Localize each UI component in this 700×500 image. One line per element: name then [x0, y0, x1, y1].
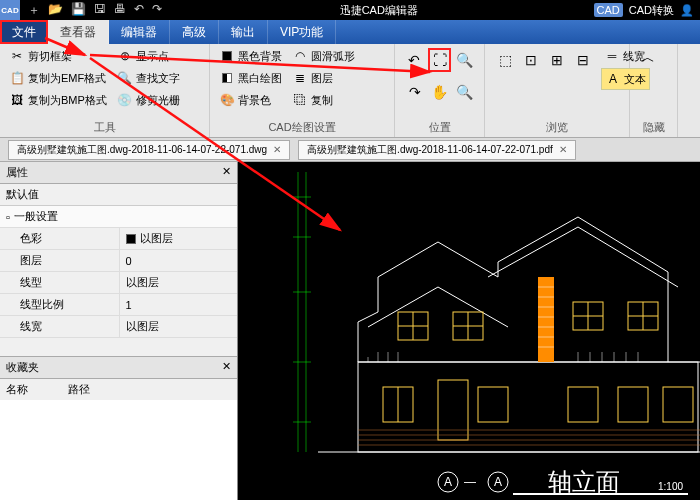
panel-title: 属性 [6, 165, 28, 180]
close-icon[interactable]: ✕ [559, 144, 567, 155]
layers-icon: ≣ [292, 70, 308, 86]
collapse-icon: ▫ [6, 211, 10, 223]
new-icon[interactable]: ＋ [28, 2, 40, 19]
prop-color[interactable]: 色彩以图层 [0, 228, 237, 250]
drawing-title: 轴立面 [548, 468, 620, 495]
repair-disc-button[interactable]: 💿修剪光栅 [114, 90, 183, 110]
black-bg-icon [219, 48, 235, 64]
col-name: 名称 [6, 382, 28, 397]
rotate-left-icon[interactable]: ↶ [403, 48, 426, 72]
group-position-label: 位置 [401, 118, 478, 135]
save-as-icon[interactable]: 🖫 [94, 2, 106, 19]
open-icon[interactable]: 📂 [48, 2, 63, 19]
svg-rect-34 [568, 387, 598, 422]
default-value-label: 默认值 [0, 184, 237, 206]
image-icon: 🖼 [9, 92, 25, 108]
svg-rect-33 [478, 387, 508, 422]
app-title: 迅捷CAD编辑器 [170, 3, 588, 18]
close-icon[interactable]: ✕ [273, 144, 281, 155]
layers-button[interactable]: ≣图层 [289, 68, 358, 88]
group-browse-label: 浏览 [491, 118, 623, 135]
panel-close-icon[interactable]: ✕ [222, 165, 231, 180]
svg-text:—: — [464, 475, 476, 489]
cad-convert-button[interactable]: CAD转换 [629, 3, 674, 18]
fit-screen-button[interactable]: ⛶ [428, 48, 451, 72]
bw-icon [219, 70, 235, 86]
app-logo-icon: CAD [0, 0, 20, 20]
copy-emf-button[interactable]: 📋复制为EMF格式 [6, 68, 110, 88]
smooth-arc-button[interactable]: ◠圆滑弧形 [289, 46, 358, 66]
prop-linescale[interactable]: 线型比例1 [0, 294, 237, 316]
group-cad-label: CAD绘图设置 [216, 118, 388, 135]
axis-marker-a: A [444, 475, 452, 489]
menu-viewer[interactable]: 查看器 [48, 20, 109, 44]
category-general[interactable]: ▫一般设置 [0, 206, 237, 228]
nav3-icon[interactable]: ⊞ [545, 48, 569, 72]
black-bg-button[interactable]: 黑色背景 [216, 46, 285, 66]
svg-rect-35 [618, 387, 648, 422]
rotate-right-icon[interactable]: ↷ [403, 80, 426, 104]
svg-rect-8 [358, 362, 698, 452]
menu-file[interactable]: 文件 [0, 20, 48, 44]
undo-icon[interactable]: ↶ [134, 2, 144, 19]
pan-icon[interactable]: ✋ [428, 80, 451, 104]
menu-editor[interactable]: 编辑器 [109, 20, 170, 44]
color-icon: 🎨 [219, 92, 235, 108]
find-text-button[interactable]: 🔍查找文字 [114, 68, 183, 88]
group-hide-label: 隐藏 [636, 118, 671, 135]
svg-rect-10 [538, 277, 554, 362]
user-icon[interactable]: 👤 [680, 4, 694, 17]
menu-output[interactable]: 输出 [219, 20, 268, 44]
line-icon: ═ [604, 48, 620, 64]
search-icon: 🔍 [117, 70, 133, 86]
drawing-canvas[interactable]: A A — 轴立面 1:100 [238, 162, 700, 500]
scissors-icon: ✂ [9, 48, 25, 64]
arc-icon: ◠ [292, 48, 308, 64]
chevron-up-icon[interactable]: ︿ [636, 46, 660, 70]
point-icon: ⊕ [117, 48, 133, 64]
cad-badge-icon: CAD [594, 3, 623, 17]
ribbon: ✂剪切框架 📋复制为EMF格式 🖼复制为BMP格式 ⊕显示点 🔍查找文字 💿修剪… [0, 44, 700, 138]
copy-button[interactable]: ⿻复制 [289, 90, 358, 110]
drawing-scale: 1:100 [658, 481, 683, 492]
text-icon: A [605, 71, 621, 87]
svg-rect-32 [438, 380, 468, 440]
favorites-close-icon[interactable]: ✕ [222, 360, 231, 375]
copy2-icon: ⿻ [292, 92, 308, 108]
svg-rect-36 [663, 387, 693, 422]
quick-access-toolbar: ＋ 📂 💾 🖫 🖶 ↶ ↷ [20, 2, 170, 19]
zoom-in-icon[interactable]: 🔍 [453, 48, 476, 72]
menu-advanced[interactable]: 高级 [170, 20, 219, 44]
show-point-button[interactable]: ⊕显示点 [114, 46, 183, 66]
menu-vip[interactable]: VIP功能 [268, 20, 336, 44]
col-path: 路径 [68, 382, 90, 397]
group-tools-label: 工具 [6, 118, 203, 135]
nav4-icon[interactable]: ⊟ [571, 48, 595, 72]
copy-icon: 📋 [9, 70, 25, 86]
title-bar: CAD ＋ 📂 💾 🖫 🖶 ↶ ↷ 迅捷CAD编辑器 CAD CAD转换 👤 [0, 0, 700, 20]
file-tab-dwg[interactable]: 高级别墅建筑施工图.dwg-2018-11-06-14-07-22-071.dw… [8, 140, 290, 160]
prop-linewidth[interactable]: 线宽以图层 [0, 316, 237, 338]
zoom-out-icon[interactable]: 🔍 [453, 80, 476, 104]
bg-color-button[interactable]: 🎨背景色 [216, 90, 285, 110]
print-icon[interactable]: 🖶 [114, 2, 126, 19]
nav2-icon[interactable]: ⊡ [519, 48, 543, 72]
properties-panel: 属性✕ 默认值 ▫一般设置 色彩以图层 图层0 线型以图层 线型比例1 线宽以图… [0, 162, 238, 500]
favorites-title: 收藏夹 [6, 360, 39, 375]
save-icon[interactable]: 💾 [71, 2, 86, 19]
copy-bmp-button[interactable]: 🖼复制为BMP格式 [6, 90, 110, 110]
axis-marker-a2: A [494, 475, 502, 489]
cut-frame-button[interactable]: ✂剪切框架 [6, 46, 110, 66]
prop-linetype[interactable]: 线型以图层 [0, 272, 237, 294]
menu-bar: 文件 查看器 编辑器 高级 输出 VIP功能 [0, 20, 700, 44]
bw-draw-button[interactable]: 黑白绘图 [216, 68, 285, 88]
file-tab-bar: 高级别墅建筑施工图.dwg-2018-11-06-14-07-22-071.dw… [0, 138, 700, 162]
nav1-icon[interactable]: ⬚ [493, 48, 517, 72]
disc-icon: 💿 [117, 92, 133, 108]
redo-icon[interactable]: ↷ [152, 2, 162, 19]
prop-layer[interactable]: 图层0 [0, 250, 237, 272]
file-tab-pdf[interactable]: 高级别墅建筑施工图.dwg-2018-11-06-14-07-22-071.pd… [298, 140, 576, 160]
